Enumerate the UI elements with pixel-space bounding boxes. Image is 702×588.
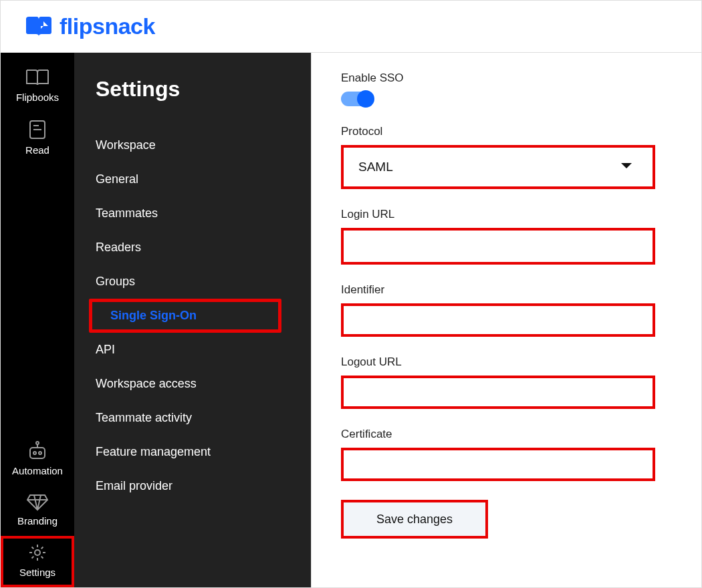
rail-item-settings[interactable]: Settings: [1, 536, 74, 587]
diamond-icon: [1, 492, 74, 511]
settings-nav-sso[interactable]: Single Sign-On: [89, 299, 281, 333]
main-content: Enable SSO Protocol SAML Login U: [311, 53, 701, 587]
gear-icon: [1, 543, 74, 563]
rail-item-label: Automation: [1, 465, 74, 476]
flipsnack-book-icon: [25, 16, 53, 37]
protocol-select-value: SAML: [344, 160, 653, 174]
login-url-label: Login URL: [341, 208, 669, 221]
rail-item-label: Read: [1, 144, 74, 156]
enable-sso-label: Enable SSO: [341, 71, 669, 85]
rail-item-branding[interactable]: Branding: [1, 486, 74, 536]
svg-point-4: [33, 452, 36, 454]
settings-nav-list: Workspace General Teammates Readers Grou…: [74, 128, 311, 503]
document-icon: [1, 119, 74, 140]
svg-rect-3: [30, 448, 45, 458]
settings-nav-feature-management[interactable]: Feature management: [74, 435, 311, 469]
settings-subnav: Settings Workspace General Teammates Rea…: [74, 53, 311, 587]
svg-point-5: [39, 452, 41, 454]
settings-nav-groups[interactable]: Groups: [74, 265, 311, 299]
sso-form: Enable SSO Protocol SAML Login U: [341, 71, 669, 539]
identifier-label: Identifier: [341, 283, 669, 297]
protocol-block: Protocol SAML: [341, 125, 669, 189]
identifier-block: Identifier: [341, 283, 669, 337]
protocol-select[interactable]: SAML: [341, 145, 655, 189]
chevron-down-icon: [620, 161, 632, 173]
book-open-icon: [1, 67, 74, 88]
robot-icon: [1, 441, 74, 461]
app-body: Flipbooks Read Automation Branding: [1, 53, 701, 587]
svg-point-8: [35, 550, 40, 555]
protocol-label: Protocol: [341, 125, 669, 138]
login-url-input[interactable]: [341, 228, 655, 265]
rail-item-automation[interactable]: Automation: [1, 434, 74, 486]
settings-nav-teammates[interactable]: Teammates: [74, 196, 311, 231]
rail-item-flipbooks[interactable]: Flipbooks: [1, 61, 74, 112]
enable-sso-toggle[interactable]: [341, 92, 373, 106]
settings-heading: Settings: [74, 73, 311, 128]
app-shell: flipsnack Flipbooks Read: [0, 0, 702, 588]
settings-nav-workspace-access[interactable]: Workspace access: [74, 367, 311, 401]
brand-name: flipsnack: [60, 13, 155, 39]
icon-rail: Flipbooks Read Automation Branding: [1, 53, 74, 587]
settings-nav-workspace[interactable]: Workspace: [74, 128, 311, 162]
rail-item-label: Branding: [1, 515, 74, 527]
settings-nav-api[interactable]: API: [74, 333, 311, 367]
certificate-block: Certificate: [341, 428, 669, 481]
certificate-label: Certificate: [341, 428, 669, 441]
settings-nav-general[interactable]: General: [74, 162, 311, 196]
rail-item-label: Flipbooks: [1, 92, 74, 103]
toggle-knob: [357, 90, 374, 108]
logout-url-input[interactable]: [341, 376, 655, 409]
svg-point-7: [36, 442, 39, 444]
rail-item-read[interactable]: Read: [1, 112, 74, 165]
settings-nav-readers[interactable]: Readers: [74, 231, 311, 265]
certificate-input[interactable]: [341, 448, 655, 481]
logout-url-label: Logout URL: [341, 355, 669, 369]
enable-sso-block: Enable SSO: [341, 71, 669, 106]
logout-url-block: Logout URL: [341, 355, 669, 409]
settings-nav-email-provider[interactable]: Email provider: [74, 469, 311, 503]
save-changes-label: Save changes: [376, 512, 453, 527]
rail-item-label: Settings: [1, 567, 74, 578]
login-url-block: Login URL: [341, 208, 669, 265]
settings-nav-teammate-activity[interactable]: Teammate activity: [74, 401, 311, 435]
brand-logo[interactable]: flipsnack: [25, 13, 155, 39]
topbar: flipsnack: [1, 1, 701, 53]
identifier-input[interactable]: [341, 303, 655, 337]
save-changes-button[interactable]: Save changes: [341, 500, 488, 539]
